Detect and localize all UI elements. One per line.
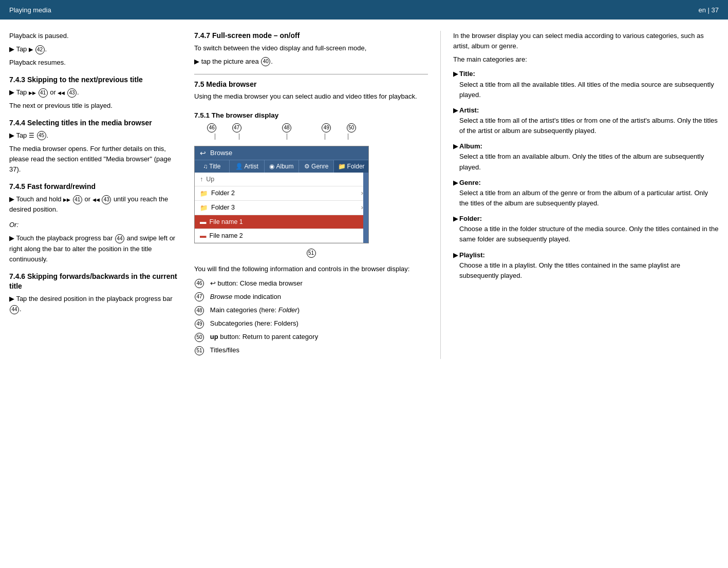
row-file2: ▬ File name 2 [195, 229, 368, 243]
tap-42: ▶ Tap 42. [9, 44, 182, 54]
circle-45: 45 [37, 131, 46, 140]
row-folder3: 📁 Folder 3 › [195, 201, 368, 215]
right-main-cats: The main categories are: [453, 54, 719, 65]
playback-resumes: Playback resumes. [9, 58, 182, 68]
playback-paused: Playback is paused. [9, 31, 182, 41]
cat-genre: ▶ Genre: Select a title from an album of… [453, 178, 719, 209]
item-49: 49 Subcategories (here: Folders) [194, 318, 428, 329]
item-51: 51 Titles/files [194, 345, 428, 355]
s743-title: 7.4.3 Skipping to the next/previous titl… [9, 75, 182, 85]
right-intro: In the browser display you can select me… [453, 31, 719, 51]
tab-artist[interactable]: 👤 Artist [230, 160, 265, 173]
row-folder2: 📁 Folder 2 › [195, 186, 368, 201]
left-column: Playback is paused. ▶ Tap 42. Playback r… [9, 31, 194, 359]
divider-1 [194, 74, 428, 74]
right-column: In the browser display you can select me… [441, 31, 719, 359]
tab-title[interactable]: ♫ Title [195, 160, 230, 173]
s75-desc: Using the media browser you can select a… [194, 91, 428, 102]
anno-50: 50 [347, 123, 356, 132]
s744-tap: ▶ Tap 45. [9, 130, 182, 141]
tab-album[interactable]: ◉ Album [265, 160, 300, 173]
header-right: en | 37 [698, 6, 719, 14]
folder3-icon: 📁 [200, 204, 208, 212]
item-50: 50 up button: Return to parent category [194, 332, 428, 342]
folder-icon: 📁 [338, 163, 346, 170]
circle-51-bottom: 51 [307, 249, 316, 258]
anno-46: 46 [207, 123, 216, 132]
cat-artist: ▶ Artist: Select a title from all of the… [453, 105, 719, 136]
anno-49: 49 [322, 123, 331, 132]
item-48: 48 Main categories (here: Folder) [194, 305, 428, 315]
browser-rows: ↑ Up 📁 Folder 2 › 📁 Folder 3 › ▬ File na… [195, 173, 368, 243]
s747-desc: To switch between the video display and … [194, 43, 428, 53]
row-up: ↑ Up [195, 173, 368, 186]
artist-icon: 👤 [235, 163, 243, 170]
item-47: 47 Browse mode indication [194, 292, 428, 302]
s751-title: 7.5.1 The browser display [194, 110, 428, 121]
browser-topbar: ↩ Browse [195, 146, 368, 160]
circle-44b: 44 [10, 305, 19, 314]
page-header: Playing media en | 37 [0, 0, 728, 20]
tab-folder[interactable]: 📁 Folder [334, 160, 368, 173]
s745-touch: ▶ Touch and hold 41 or 43 until you reac… [9, 194, 182, 215]
up-icon: ↑ [200, 176, 203, 183]
anno-47: 47 [232, 123, 241, 132]
num-47: 47 [195, 292, 204, 301]
num-46: 46 [195, 279, 204, 288]
music-icon: ♫ [203, 163, 208, 170]
folder2-icon: 📁 [200, 190, 208, 197]
browser-display: ↩ Browse ♫ Title 👤 Artist ◉ Album ⚙ [194, 146, 369, 243]
circle-41b: 41 [73, 195, 82, 204]
scrollbar[interactable] [363, 173, 368, 243]
circle-44a: 44 [115, 234, 124, 243]
num-51: 51 [195, 346, 204, 355]
album-icon: ◉ [269, 163, 274, 170]
circle-43a: 43 [67, 88, 77, 98]
anno-48: 48 [282, 123, 291, 132]
genre-icon: ⚙ [304, 163, 310, 170]
s744-title: 7.4.4 Selecting titles in the media brow… [9, 118, 182, 128]
browser-tabs: ♫ Title 👤 Artist ◉ Album ⚙ Genre 📁 F [195, 160, 368, 173]
s743-result: The next or previous title is played. [9, 101, 182, 111]
s747-tap: ▶ tap the picture area 40. [194, 56, 428, 67]
num-49: 49 [195, 319, 204, 329]
cat-title: ▶ Title: Select a title from all the ava… [453, 69, 719, 100]
circle51-container: 51 [194, 249, 428, 258]
main-content: Playback is paused. ▶ Tap 42. Playback r… [0, 20, 728, 368]
back-icon: ↩ [200, 149, 206, 157]
circle-43b: 43 [102, 195, 111, 204]
categories-list: ▶ Title: Select a title from all the ava… [453, 69, 719, 281]
s747-title: 7.4.7 Full-screen mode – on/off [194, 31, 428, 41]
browser-items-list: 46 ↩ button: Close media browser 47 Brow… [194, 278, 428, 356]
file1-icon: ▬ [200, 218, 207, 225]
cat-folder: ▶ Folder: Choose a title in the folder s… [453, 214, 719, 244]
s744-desc: The media browser opens. For further det… [9, 144, 182, 175]
s745-touch2: ▶ Touch the playback progress bar 44 and… [9, 233, 182, 264]
cat-album: ▶ Album: Select a title from an availabl… [453, 141, 719, 172]
s743-tap: ▶ Tap 41 or 43. [9, 87, 182, 98]
circle-40: 40 [261, 57, 270, 66]
s75-title: 7.5 Media browser [194, 80, 428, 90]
s746-title: 7.4.6 Skipping forwards/backwards in the… [9, 272, 182, 292]
middle-column: 7.4.7 Full-screen mode – on/off To switc… [194, 31, 441, 359]
found-info: You will find the following information … [194, 264, 428, 274]
header-left: Playing media [9, 6, 51, 14]
s746-tap: ▶ Tap the desired position in the playba… [9, 294, 182, 314]
or-text: Or: [9, 220, 182, 230]
num-48: 48 [195, 306, 204, 315]
browse-label: Browse [210, 149, 232, 157]
file2-icon: ▬ [200, 232, 207, 239]
tab-genre[interactable]: ⚙ Genre [299, 160, 334, 173]
circle-42: 42 [35, 45, 45, 54]
num-50: 50 [195, 333, 204, 342]
item-46: 46 ↩ button: Close media browser [194, 278, 428, 289]
cat-playlist: ▶ Playlist: Choose a title in a playlist… [453, 250, 719, 281]
row-file1: ▬ File name 1 [195, 215, 368, 229]
s745-title: 7.4.5 Fast forward/rewind [9, 182, 182, 192]
circle-41a: 41 [39, 88, 48, 98]
